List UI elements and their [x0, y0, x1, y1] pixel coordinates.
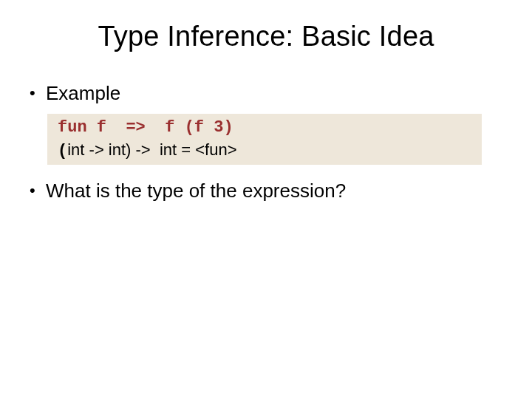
bullet-list-2: What is the type of the expression?	[27, 180, 510, 202]
slide-title: Type Inference: Basic Idea	[22, 21, 510, 52]
code-block: fun f => f (f 3) (int -> int) -> int = <…	[47, 114, 482, 165]
code-line-1: fun f => f (f 3)	[58, 117, 474, 139]
bullet-example-text: Example	[46, 82, 120, 104]
bullet-question-text: What is the type of the expression?	[46, 180, 346, 202]
bullet-example: Example	[27, 82, 510, 105]
bullet-question: What is the type of the expression?	[27, 180, 510, 202]
code-line-2-rest: int -> int) -> int = <fun>	[67, 140, 236, 159]
slide: Type Inference: Basic Idea Example fun f…	[0, 0, 532, 399]
bullet-list: Example	[27, 82, 510, 105]
code-line-2-paren: (	[58, 142, 67, 160]
code-line-2: (int -> int) -> int = <fun>	[58, 139, 474, 163]
